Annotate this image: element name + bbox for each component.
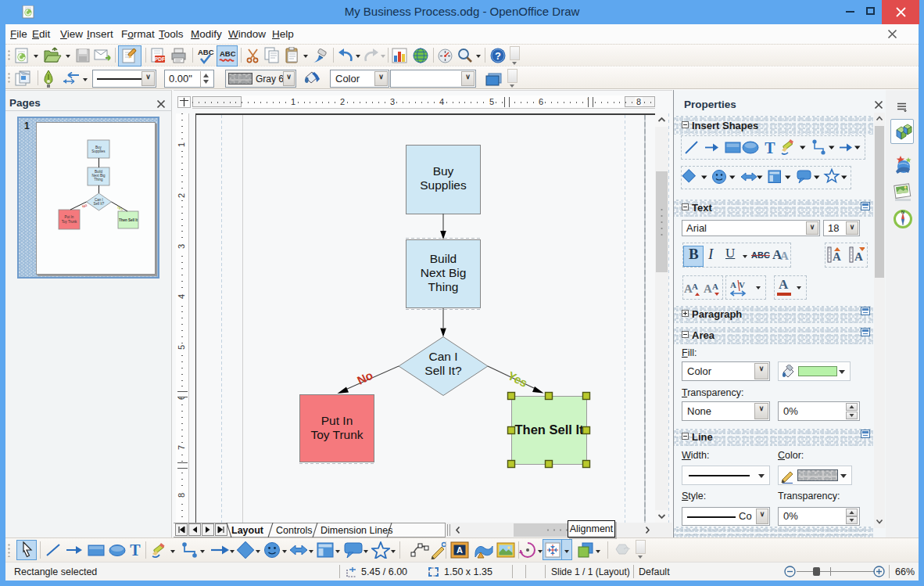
svg-text:A: A (457, 545, 463, 555)
svg-text:?: ? (495, 50, 501, 62)
svg-text:Toy Trunk: Toy Trunk (62, 220, 77, 224)
svg-text:ABC: ABC (220, 49, 236, 58)
svg-text:Put In: Put In (65, 215, 74, 219)
svg-text:A: A (833, 250, 841, 263)
svg-text:Yes: Yes (506, 368, 530, 390)
svg-text:Sell It?: Sell It? (424, 364, 462, 377)
svg-text:A: A (854, 250, 863, 263)
svg-text:Yes: Yes (116, 204, 124, 211)
svg-text:A: A (692, 282, 698, 291)
svg-text:No: No (81, 203, 88, 209)
svg-text:A: A (704, 282, 712, 295)
svg-text:PDF: PDF (155, 56, 165, 62)
svg-text:N: N (901, 210, 904, 214)
svg-text:ABC: ABC (198, 48, 214, 56)
svg-text:Supplies: Supplies (91, 149, 106, 153)
svg-text:Thing: Thing (94, 178, 103, 182)
svg-text:A: A (712, 282, 718, 291)
svg-text:T: T (765, 139, 775, 156)
svg-text:Then Sell It: Then Sell It (119, 218, 138, 222)
svg-text:Buy: Buy (95, 146, 102, 149)
svg-text:T: T (130, 541, 141, 559)
svg-text:Can I: Can I (428, 350, 457, 363)
svg-text:Sell It?: Sell It? (94, 202, 105, 206)
svg-text:A: A (730, 280, 736, 289)
svg-text:V: V (739, 280, 745, 289)
